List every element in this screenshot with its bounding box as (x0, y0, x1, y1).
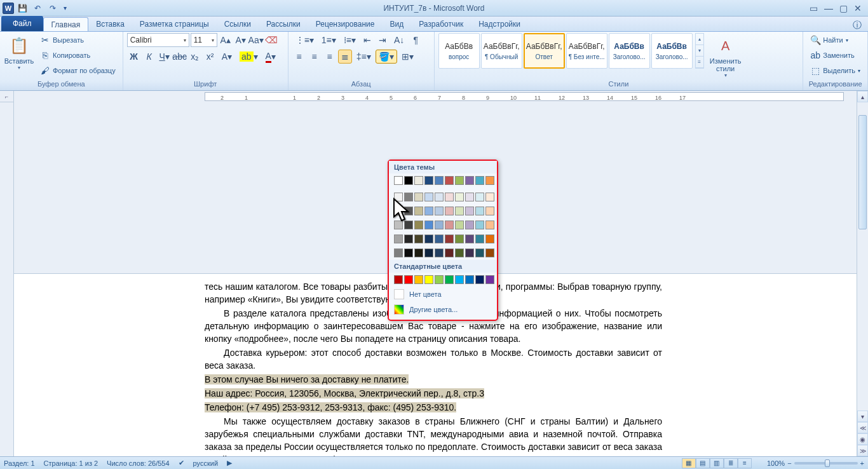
scroll-down-button[interactable]: ▾ (857, 411, 868, 422)
color-swatch[interactable] (414, 207, 423, 215)
color-swatch[interactable] (485, 176, 494, 185)
redo-button[interactable]: ↷ (46, 2, 60, 15)
color-swatch[interactable] (394, 248, 403, 257)
text-effects-button[interactable]: A▾ (219, 50, 235, 64)
color-swatch[interactable] (455, 248, 464, 257)
shrink-font-button[interactable]: A▾ (234, 33, 248, 47)
color-swatch[interactable] (424, 234, 433, 243)
grow-font-button[interactable]: A▴ (219, 33, 233, 47)
color-swatch[interactable] (445, 176, 454, 185)
tab-review[interactable]: Рецензирование (308, 17, 383, 31)
color-swatch[interactable] (414, 234, 423, 243)
save-button[interactable]: 💾 (15, 2, 29, 15)
file-tab[interactable]: Файл (1, 16, 43, 31)
color-swatch[interactable] (435, 176, 444, 185)
color-swatch[interactable] (455, 193, 464, 201)
clear-formatting-button[interactable]: ⌫ (264, 33, 278, 47)
sort-button[interactable]: A↓ (391, 33, 407, 47)
close-button[interactable]: ✕ (854, 3, 862, 13)
color-swatch[interactable] (435, 207, 444, 215)
replace-button[interactable]: abЗаменить (807, 48, 864, 62)
web-layout-view[interactable]: ▥ (710, 458, 724, 468)
shading-button[interactable]: 🪣▾ (376, 50, 397, 64)
color-swatch[interactable] (424, 221, 433, 229)
font-color-button[interactable]: A▾ (262, 50, 279, 64)
help-icon[interactable]: ⓘ (853, 20, 862, 31)
color-swatch[interactable] (414, 176, 423, 185)
align-center-button[interactable]: ≡ (308, 50, 322, 64)
color-swatch[interactable] (465, 234, 474, 243)
prev-page-button[interactable]: ≪ (857, 422, 868, 433)
show-marks-button[interactable]: ¶ (409, 33, 423, 47)
font-name-combo[interactable]: Calibri▾ (127, 33, 189, 47)
color-swatch[interactable] (475, 176, 484, 185)
tab-addins[interactable]: Надстройки (471, 17, 528, 31)
color-swatch[interactable] (414, 248, 423, 257)
draft-view[interactable]: ≡ (738, 458, 752, 468)
outline-view[interactable]: ≣ (724, 458, 738, 468)
highlight-button[interactable]: ab▾ (236, 50, 261, 64)
color-swatch[interactable] (404, 248, 413, 257)
undo-button[interactable]: ↶ (31, 2, 44, 15)
color-swatch[interactable] (435, 221, 444, 229)
numbering-button[interactable]: 1≡▾ (318, 33, 339, 47)
color-swatch[interactable] (465, 193, 474, 201)
scroll-thumb[interactable] (858, 115, 867, 229)
next-page-button[interactable]: ≫ (857, 445, 868, 456)
color-swatch[interactable] (404, 221, 413, 229)
color-swatch[interactable] (424, 193, 433, 201)
color-swatch[interactable] (475, 275, 484, 284)
color-swatch[interactable] (475, 234, 484, 243)
color-swatch[interactable] (435, 193, 444, 201)
color-swatch[interactable] (414, 193, 423, 201)
color-swatch[interactable] (404, 234, 413, 243)
color-swatch[interactable] (394, 176, 403, 185)
color-swatch[interactable] (404, 275, 413, 284)
line-spacing-button[interactable]: ‡≡▾ (353, 50, 374, 64)
color-swatch[interactable] (435, 248, 444, 257)
status-section[interactable]: Раздел: 1 (4, 459, 35, 467)
color-swatch[interactable] (424, 248, 433, 257)
color-swatch[interactable] (445, 221, 454, 229)
zoom-in-button[interactable]: + (860, 459, 864, 467)
color-swatch[interactable] (485, 207, 494, 215)
color-swatch[interactable] (455, 176, 464, 185)
vertical-ruler[interactable] (0, 102, 14, 456)
style-item[interactable]: АаБбВвГг,Ответ (524, 33, 565, 69)
color-swatch[interactable] (485, 193, 494, 201)
minimize-button[interactable]: — (824, 3, 833, 13)
copy-button[interactable]: ⎘Копировать (37, 48, 119, 62)
color-swatch[interactable] (485, 275, 494, 284)
zoom-level[interactable]: 100% (767, 459, 785, 467)
cut-button[interactable]: ✂Вырезать (37, 33, 119, 47)
maximize-button[interactable]: ▢ (839, 3, 848, 13)
justify-button[interactable]: ≣ (338, 50, 352, 64)
borders-button[interactable]: ⊞▾ (398, 50, 417, 64)
bold-button[interactable]: Ж (127, 50, 141, 64)
proofing-icon[interactable]: ✔ (179, 459, 184, 467)
style-item[interactable]: АаБбВвГг,¶ Обычный (481, 33, 522, 69)
color-swatch[interactable] (455, 221, 464, 229)
tab-developer[interactable]: Разработчик (411, 17, 471, 31)
color-swatch[interactable] (475, 221, 484, 229)
color-swatch[interactable] (435, 234, 444, 243)
find-button[interactable]: 🔍Найти ▾ (807, 33, 864, 47)
style-gallery-scroll[interactable]: ▴▾≡ (695, 33, 704, 69)
multilevel-button[interactable]: ⁞≡▾ (341, 33, 359, 47)
color-swatch[interactable] (404, 207, 413, 215)
color-swatch[interactable] (404, 176, 413, 185)
color-swatch[interactable] (465, 207, 474, 215)
decrease-indent-button[interactable]: ⇤ (360, 33, 374, 47)
color-swatch[interactable] (394, 207, 403, 215)
color-swatch[interactable] (435, 275, 444, 284)
macro-record-icon[interactable]: ▶ (227, 459, 232, 467)
color-swatch[interactable] (475, 207, 484, 215)
color-swatch[interactable] (394, 234, 403, 243)
color-swatch[interactable] (445, 193, 454, 201)
color-swatch[interactable] (404, 193, 413, 201)
style-item[interactable]: АаБбВвГг,¶ Без инте... (566, 33, 607, 69)
zoom-knob[interactable] (825, 459, 830, 467)
status-words[interactable]: Число слов: 26/554 (107, 459, 169, 467)
tab-home[interactable]: Главная (43, 17, 89, 31)
color-swatch[interactable] (465, 248, 474, 257)
